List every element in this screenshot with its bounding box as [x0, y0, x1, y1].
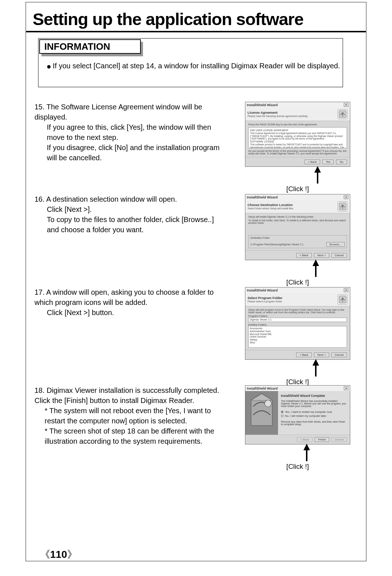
destination-dialog-header: Choose Destination Location Select folde… [245, 200, 350, 213]
arrow-16 [309, 259, 323, 277]
arrow-up-icon [314, 166, 321, 173]
close-icon[interactable]: × [344, 103, 348, 107]
step-16-text: 16. A destination selection window will … [34, 194, 227, 286]
arrow-up-icon [313, 359, 319, 366]
arrow-stem [306, 450, 307, 461]
destination-header-sub: Select folder where Setup will install f… [248, 207, 335, 210]
program-folder-body1: Setup will add program icons to the Prog… [248, 309, 347, 314]
back-button[interactable]: < Back [296, 253, 312, 258]
arrow-stem [317, 173, 318, 184]
title-underline [26, 31, 366, 32]
step-16-line2: Click [Next >]. [34, 204, 227, 214]
step-16-line1: A destination selection window will open… [46, 195, 177, 203]
close-icon[interactable]: × [344, 288, 348, 292]
license-dialog: InstallShield Wizard × License Agreement… [245, 102, 350, 167]
step-15: 15. The Software License Agreement windo… [34, 102, 365, 193]
finish-button[interactable]: Finish [315, 437, 329, 442]
existing-folders-list[interactable]: Accessories Administrative Tools Microso… [248, 326, 347, 348]
destination-dialog-body: Setup will install Digimax Viewer 2.1 in… [245, 213, 350, 250]
step-18-text: 18. Digimax Viewer installation is succe… [34, 385, 227, 471]
program-folder-dialog-body: Setup will add program icons to the Prog… [245, 306, 350, 350]
close-icon[interactable]: × [344, 195, 348, 199]
restart-later-option[interactable]: No, I will restart my computer later. [281, 414, 347, 418]
step-16-line3: To copy to the files to another folder, … [34, 214, 227, 235]
complete-dialog-body: InstallShield Wizard Complete The Instal… [278, 391, 350, 435]
click-label-18: [Click !] [245, 463, 350, 471]
program-folder-dialog-title: InstallShield Wizard [247, 289, 278, 292]
destination-body1: Setup will install Digimax Viewer 2.1 in… [248, 216, 347, 218]
browse-button[interactable]: Browse... [326, 242, 345, 247]
step-15-line1: The Software License Agreement window wi… [34, 103, 202, 121]
step-17-text: 17. A window will open, asking you to ch… [34, 287, 227, 386]
back-button: < Back [297, 437, 313, 442]
installer-icon [338, 201, 348, 212]
complete-header-title: InstallShield Wizard Complete [281, 394, 347, 398]
program-folder-dialog: InstallShield Wizard × Select Program Fo… [245, 287, 350, 360]
complete-body1: The InstallShield Wizard has successfull… [281, 400, 347, 407]
click-label-16: [Click !] [245, 278, 350, 286]
step-15-figure: InstallShield Wizard × License Agreement… [245, 102, 350, 193]
page-number: 《110》 [40, 548, 77, 561]
arrow-up-icon [313, 259, 319, 266]
step-17-num: 17. [34, 288, 45, 296]
complete-dialog-title: InstallShield Wizard [247, 387, 278, 390]
info-bullet: ● If you select [Cancel] at step 14, a w… [46, 62, 340, 71]
complete-dialog-titlebar: InstallShield Wizard × [245, 386, 350, 391]
step-18: 18. Digimax Viewer installation is succe… [34, 385, 365, 471]
license-agreement-text[interactable]: END USER LICENSE AGREEMENT This License … [248, 127, 347, 148]
cancel-button[interactable]: Cancel [331, 253, 347, 258]
back-button[interactable]: < Back [305, 160, 320, 164]
next-button[interactable]: Next > [314, 353, 329, 357]
step-16-num: 16. [34, 195, 45, 203]
complete-dialog: InstallShield Wizard × InstallShield Wiz… [245, 385, 350, 444]
license-header-title: License Agreement [248, 111, 335, 114]
installer-icon [338, 294, 348, 305]
step-17-figure: InstallShield Wizard × Select Program Fo… [245, 287, 350, 386]
destination-path: C:\Program Files\Samsung\Digimax Viewer … [250, 243, 324, 246]
cancel-button: Cancel [331, 437, 347, 442]
installer-icon [338, 109, 348, 119]
yes-button[interactable]: Yes [322, 160, 334, 164]
license-dialog-header: License Agreement Please read the follow… [245, 108, 350, 121]
step-17: 17. A window will open, asking you to ch… [34, 287, 365, 386]
svg-point-4 [265, 400, 271, 407]
license-header-sub: Please read the following license agreem… [248, 115, 335, 117]
step-15-text: 15. The Software License Agreement windo… [34, 102, 227, 193]
license-dialog-titlebar: InstallShield Wizard × [245, 102, 350, 108]
click-label-15: [Click !] [245, 185, 350, 193]
step-18-line1: Digimax Viewer installation is successfu… [34, 386, 219, 404]
program-folder-dialog-header: Select Program Folder Please select a pr… [245, 293, 350, 306]
license-dialog-body: Press the PAGE DOWN key to see the rest … [245, 121, 350, 157]
arrow-up-icon [303, 444, 310, 450]
step-17-line1: A window will open, asking you to choose… [34, 288, 214, 306]
close-icon[interactable]: × [344, 386, 348, 390]
step-18-note2: * The screen shot of step 18 can be diff… [34, 426, 227, 446]
info-header: INFORMATION [39, 39, 141, 54]
next-button[interactable]: Next > [314, 253, 329, 258]
step-17-line2: Click [Next >] button. [34, 307, 227, 318]
info-bullet-text: If you select [Cancel] at step 14, a win… [53, 62, 340, 71]
step-16-figure: InstallShield Wizard × Choose Destinatio… [245, 194, 350, 286]
program-folder-header-sub: Please select a program folder. [248, 300, 335, 303]
page-title: Setting up the application software [33, 9, 367, 29]
step-18-figure: InstallShield Wizard × InstallShield Wiz… [245, 385, 350, 471]
license-dialog-buttons: < Back Yes No [245, 157, 350, 166]
complete-dialog-body-wrap: InstallShield Wizard Complete The Instal… [245, 391, 350, 435]
restart-now-option[interactable]: Yes, I want to restart my computer now. [281, 410, 347, 414]
destination-body2: To install to this folder, click Next. T… [248, 219, 347, 224]
cancel-button[interactable]: Cancel [331, 353, 347, 357]
back-button[interactable]: < Back [296, 353, 312, 357]
existing-folders-label: Existing Folders: [248, 323, 347, 326]
license-body-top: Press the PAGE DOWN key to see the rest … [248, 123, 347, 126]
step-18-num: 18. [34, 386, 45, 394]
license-dialog-title: InstallShield Wizard [247, 103, 278, 107]
step-18-note1: * The system will not reboot even the [Y… [34, 406, 227, 426]
no-button[interactable]: No [336, 160, 347, 164]
step-15-num: 15. [34, 103, 45, 111]
radio-icon [281, 411, 283, 413]
destination-folder-label: Destination Folder [250, 237, 345, 239]
complete-banner [245, 391, 278, 435]
program-folder-input[interactable]: Digimax Viewer 2.1 [248, 318, 347, 322]
arrow-stem [315, 366, 317, 376]
program-folder-header-title: Select Program Folder [248, 296, 335, 300]
